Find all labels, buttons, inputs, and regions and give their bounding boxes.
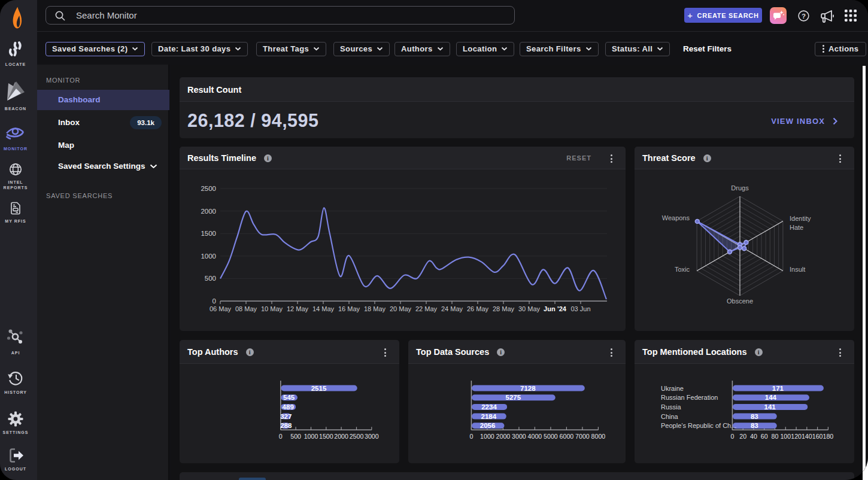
svg-text:Ukraine: Ukraine [661, 385, 684, 392]
svg-text:22 May: 22 May [415, 305, 438, 312]
svg-text:Drugs: Drugs [731, 184, 749, 192]
svg-text:2515: 2515 [311, 385, 327, 392]
svg-text:18 May: 18 May [364, 305, 386, 312]
svg-text:288: 288 [280, 422, 292, 429]
svg-text:24 May: 24 May [441, 305, 463, 312]
svg-text:2000: 2000 [334, 433, 348, 440]
svg-text:80: 80 [772, 433, 779, 440]
svg-text:1500: 1500 [319, 433, 333, 440]
svg-text:08 May: 08 May [235, 305, 257, 312]
svg-text:141: 141 [764, 403, 776, 411]
svg-text:1000: 1000 [480, 433, 494, 440]
svg-text:Russia: Russia [661, 403, 682, 411]
svg-text:5000: 5000 [544, 433, 558, 440]
svg-text:0: 0 [730, 433, 734, 440]
svg-text:100: 100 [780, 433, 791, 440]
svg-text:171: 171 [772, 385, 784, 392]
svg-text:5275: 5275 [506, 394, 521, 401]
svg-text:6000: 6000 [560, 433, 574, 440]
svg-text:2000: 2000 [201, 208, 216, 215]
svg-text:28 May: 28 May [493, 305, 515, 312]
svg-text:14 May: 14 May [312, 305, 335, 312]
svg-text:140: 140 [802, 433, 812, 440]
svg-text:327: 327 [280, 413, 292, 420]
svg-text:180: 180 [823, 433, 834, 440]
svg-text:People’s Republic of Ch...: People’s Republic of Ch... [661, 422, 736, 429]
svg-text:144: 144 [765, 394, 777, 401]
svg-text:Weapons: Weapons [662, 214, 690, 221]
svg-text:Hate: Hate [790, 224, 803, 231]
svg-text:4000: 4000 [528, 433, 542, 440]
svg-text:500: 500 [290, 433, 301, 440]
svg-text:20 May: 20 May [390, 305, 412, 312]
svg-text:160: 160 [812, 433, 823, 440]
svg-text:16 May: 16 May [338, 305, 360, 312]
svg-text:Identity: Identity [790, 215, 811, 222]
svg-text:1000: 1000 [304, 433, 318, 440]
svg-text:83: 83 [751, 422, 758, 429]
svg-text:0: 0 [469, 433, 473, 440]
svg-text:489: 489 [283, 403, 294, 411]
svg-text:2000: 2000 [496, 433, 511, 440]
svg-text:3000: 3000 [512, 433, 526, 440]
svg-text:500: 500 [205, 275, 216, 282]
svg-text:Obscene: Obscene [727, 297, 753, 305]
svg-text:Insult: Insult [790, 266, 805, 273]
svg-text:2500: 2500 [350, 433, 364, 440]
svg-text:20: 20 [739, 433, 746, 440]
svg-text:2056: 2056 [480, 422, 496, 429]
svg-text:Jun ’24: Jun ’24 [544, 305, 567, 312]
svg-text:China: China [661, 413, 679, 420]
svg-text:06 May: 06 May [210, 305, 232, 312]
svg-text:60: 60 [761, 433, 768, 440]
svg-text:2234: 2234 [481, 403, 497, 411]
svg-text:0: 0 [279, 433, 283, 440]
svg-text:7000: 7000 [575, 433, 590, 440]
svg-text:120: 120 [791, 433, 802, 440]
svg-text:0: 0 [213, 297, 216, 305]
svg-text:03 Jun: 03 Jun [570, 305, 590, 312]
svg-text:30 May: 30 May [518, 305, 541, 312]
svg-text:40: 40 [750, 433, 757, 440]
svg-text:?: ? [802, 13, 806, 20]
svg-text:2500: 2500 [201, 185, 216, 192]
svg-text:Russian Federation: Russian Federation [661, 394, 718, 401]
svg-text:8000: 8000 [591, 433, 606, 440]
svg-text:7128: 7128 [520, 385, 536, 392]
svg-text:12 May: 12 May [287, 305, 309, 312]
svg-text:Toxic: Toxic [675, 266, 690, 273]
svg-text:2184: 2184 [481, 413, 497, 420]
svg-text:1000: 1000 [201, 253, 216, 260]
svg-text:3000: 3000 [365, 433, 379, 440]
svg-text:545: 545 [283, 394, 295, 401]
svg-text:26 May: 26 May [467, 305, 489, 312]
svg-text:83: 83 [751, 413, 758, 420]
svg-text:1500: 1500 [201, 230, 216, 237]
svg-text:10 May: 10 May [261, 305, 283, 312]
